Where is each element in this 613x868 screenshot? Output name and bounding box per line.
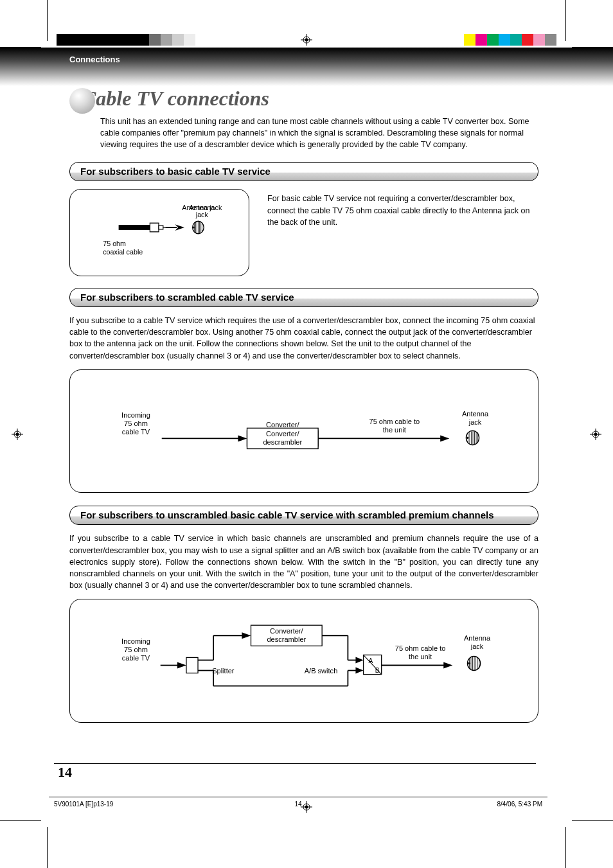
page-number-rule [54, 763, 536, 764]
svg-text:Splitter: Splitter [212, 667, 235, 675]
page-number: 14 [58, 764, 72, 781]
svg-text:A/B switch: A/B switch [305, 667, 338, 675]
diagram-scrambled: Incoming 75 ohm cable TV Converter/ desc… [69, 369, 538, 493]
svg-text:B: B [375, 667, 380, 674]
svg-marker-85 [355, 657, 363, 663]
svg-text:75 ohm cable to: 75 ohm cable to [369, 418, 420, 425]
svg-text:the unit: the unit [383, 426, 406, 434]
svg-text:Incoming: Incoming [121, 637, 150, 645]
heading-scrambled: For subscribers to scrambled cable TV se… [69, 288, 538, 307]
diagram-premium: Incoming 75 ohm cable TV Splitter Conver… [69, 599, 538, 723]
scrambled-body: If you subscribe to a cable TV service w… [69, 315, 538, 362]
svg-text:the unit: the unit [409, 653, 432, 660]
svg-marker-84 [355, 668, 363, 674]
svg-text:Antenna: Antenna [462, 410, 489, 418]
svg-text:descrambler: descrambler [263, 438, 302, 446]
svg-rect-29 [119, 225, 150, 230]
registration-mark-icon [301, 34, 312, 46]
svg-text:A: A [369, 657, 373, 664]
svg-text:75 ohm cable to: 75 ohm cable to [395, 644, 446, 652]
svg-point-61 [466, 436, 468, 438]
svg-point-105 [468, 662, 470, 664]
svg-text:Converter/: Converter/ [266, 430, 300, 438]
title-bullet-icon [69, 88, 95, 114]
svg-marker-48 [440, 435, 449, 441]
footer-rule [49, 797, 547, 797]
section-label: Connections [69, 55, 538, 64]
svg-rect-31 [159, 226, 163, 229]
svg-text:Antenna: Antenna [464, 634, 491, 642]
svg-text:jack: jack [470, 642, 484, 650]
intro-paragraph: This unit has an extended tuning range a… [69, 116, 538, 150]
svg-marker-39 [238, 435, 247, 441]
svg-text:Converter/: Converter/ [266, 421, 300, 429]
footer-center: 14 [54, 801, 542, 808]
svg-rect-30 [150, 224, 159, 233]
svg-text:75 ohm: 75 ohm [124, 646, 148, 653]
svg-text:75 ohm: 75 ohm [124, 420, 148, 427]
svg-marker-72 [242, 632, 251, 639]
svg-text:coaxial cable: coaxial cable [103, 248, 143, 256]
svg-marker-92 [443, 662, 452, 668]
svg-text:jack: jack [468, 418, 482, 426]
svg-text:jack: jack [195, 211, 209, 219]
color-bar-left [57, 34, 195, 46]
svg-text:cable TV: cable TV [122, 428, 150, 436]
svg-text:75 ohm: 75 ohm [103, 240, 126, 248]
footer: 5V90101A [E]p13-19 14 8/4/06, 5:43 PM [54, 801, 542, 808]
svg-marker-66 [177, 662, 186, 668]
svg-text:Converter/: Converter/ [270, 627, 304, 635]
registration-mark-icon [12, 429, 23, 440]
heading-premium: For subscribers to unscrambled basic cab… [69, 506, 538, 525]
svg-text:Incoming: Incoming [121, 411, 150, 419]
page-title: Cable TV connections [69, 87, 538, 111]
basic-side-text: For basic cable TV service not requiring… [267, 189, 538, 227]
heading-basic: For subscribers to basic cable TV servic… [69, 162, 538, 181]
color-bar-right [464, 34, 556, 46]
svg-rect-67 [186, 657, 198, 673]
svg-point-26 [193, 227, 195, 229]
registration-mark-icon [590, 429, 601, 440]
svg-text:Antenna: Antenna [189, 204, 215, 211]
premium-body: If you subscribe to a cable TV service i… [69, 533, 538, 591]
svg-text:cable TV: cable TV [122, 654, 150, 662]
diagram-basic: Antenna jack Antenna jack [69, 189, 249, 276]
svg-text:descrambler: descrambler [267, 635, 306, 643]
